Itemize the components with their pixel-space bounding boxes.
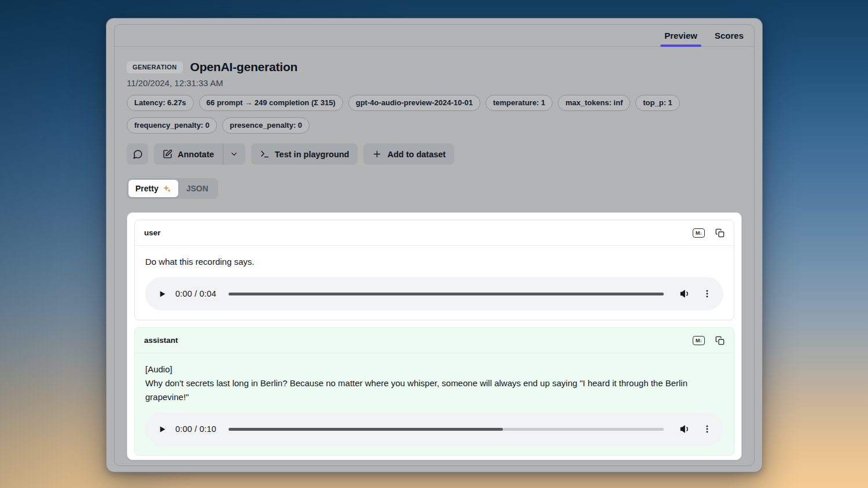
json-toggle[interactable]: JSON [178, 180, 216, 197]
sparkles-icon [163, 184, 171, 193]
user-message-body: Do what this recording says. 0:00 / 0:04 [135, 246, 734, 320]
pretty-toggle[interactable]: Pretty [128, 180, 178, 197]
actions-row: Annotate Test in playgrou [127, 143, 742, 165]
assistant-header-icons: M↓ [693, 336, 724, 345]
copy-icon[interactable] [715, 336, 724, 345]
add-to-dataset-button[interactable]: Add to dataset [363, 143, 454, 165]
tab-preview[interactable]: Preview [663, 25, 698, 46]
assistant-message-body: [Audio] Why don't secrets last long in B… [135, 353, 734, 455]
tab-preview-active-indicator [660, 45, 701, 47]
user-header-icons: M↓ [693, 228, 724, 238]
comment-icon [133, 149, 143, 160]
role-label-user: user [144, 228, 687, 237]
title-row: GENERATION OpenAI-generation [127, 60, 742, 74]
volume-icon[interactable] [679, 288, 691, 300]
badge-latency: Latency: 6.27s [127, 95, 194, 111]
assistant-audio-player: 0:00 / 0:10 [145, 412, 723, 446]
kebab-menu-icon[interactable] [702, 289, 712, 299]
audio-progress-fill [229, 293, 664, 295]
edit-icon [163, 149, 172, 159]
plus-icon [372, 149, 382, 159]
assistant-message-card: assistant M↓ [Audio] Why don't secrets l… [134, 327, 734, 456]
tabbar: Preview Scores [115, 25, 754, 47]
comment-button[interactable] [127, 143, 148, 165]
badge-top-p: top_p: 1 [635, 95, 680, 111]
badge-model: gpt-4o-audio-preview-2024-10-01 [348, 95, 480, 111]
page-title: OpenAI-generation [190, 60, 298, 74]
user-message-card: user M↓ Do what this recording says. [134, 220, 734, 320]
annotate-split-button: Annotate [154, 143, 245, 165]
pretty-toggle-label: Pretty [135, 184, 159, 193]
audio-seek-bar[interactable] [229, 428, 664, 431]
io-container: user M↓ Do what this recording says. [127, 212, 742, 460]
assistant-message-header: assistant M↓ [135, 328, 734, 353]
markdown-toggle-icon[interactable]: M↓ [693, 228, 705, 238]
assistant-message-text: [Audio] Why don't secrets last long in B… [145, 363, 723, 404]
badge-token-usage: 66 prompt → 249 completion (Σ 315) [199, 95, 343, 111]
user-message-text: Do what this recording says. [145, 255, 723, 269]
badge-presence-penalty: presence_penalty: 0 [222, 117, 310, 134]
badge-temperature: temperature: 1 [486, 95, 553, 111]
tab-scores[interactable]: Scores [713, 25, 745, 46]
desktop-background: Preview Scores GENERATION OpenAI-generat… [0, 0, 868, 488]
tab-scores-label: Scores [715, 31, 744, 40]
annotate-button-label: Annotate [178, 150, 214, 159]
generation-detail-panel: Preview Scores GENERATION OpenAI-generat… [106, 18, 763, 472]
json-toggle-label: JSON [186, 184, 208, 193]
audio-progress-fill [229, 428, 503, 431]
markdown-toggle-icon[interactable]: M↓ [693, 336, 705, 345]
panel-content: GENERATION OpenAI-generation 11/20/2024,… [115, 47, 754, 465]
play-icon[interactable] [158, 290, 167, 298]
role-label-assistant: assistant [144, 336, 687, 345]
volume-icon[interactable] [679, 423, 691, 435]
badge-max-tokens: max_tokens: inf [558, 95, 630, 111]
add-to-dataset-label: Add to dataset [387, 150, 446, 159]
audio-time: 0:00 / 0:04 [175, 289, 216, 298]
meta-badges: Latency: 6.27s 66 prompt → 249 completio… [127, 95, 708, 134]
play-icon[interactable] [158, 425, 167, 434]
timestamp: 11/20/2024, 12:31:33 AM [127, 78, 742, 88]
test-in-playground-label: Test in playground [275, 150, 350, 159]
badge-frequency-penalty: frequency_penalty: 0 [127, 117, 217, 134]
view-format-toggle: Pretty JSON [127, 178, 218, 199]
chevron-down-icon [230, 150, 238, 158]
kebab-menu-icon[interactable] [702, 424, 712, 434]
panel-inner: Preview Scores GENERATION OpenAI-generat… [114, 24, 755, 466]
annotate-button[interactable]: Annotate [154, 143, 223, 165]
user-audio-player: 0:00 / 0:04 [145, 277, 723, 310]
audio-seek-bar[interactable] [229, 293, 664, 295]
terminal-icon [260, 149, 270, 159]
generation-type-badge: GENERATION [127, 61, 183, 73]
tab-preview-label: Preview [664, 31, 697, 40]
annotate-dropdown-button[interactable] [223, 143, 245, 165]
test-in-playground-button[interactable]: Test in playground [251, 143, 358, 165]
audio-time: 0:00 / 0:10 [175, 424, 216, 434]
copy-icon[interactable] [715, 228, 724, 238]
user-message-header: user M↓ [135, 220, 734, 246]
